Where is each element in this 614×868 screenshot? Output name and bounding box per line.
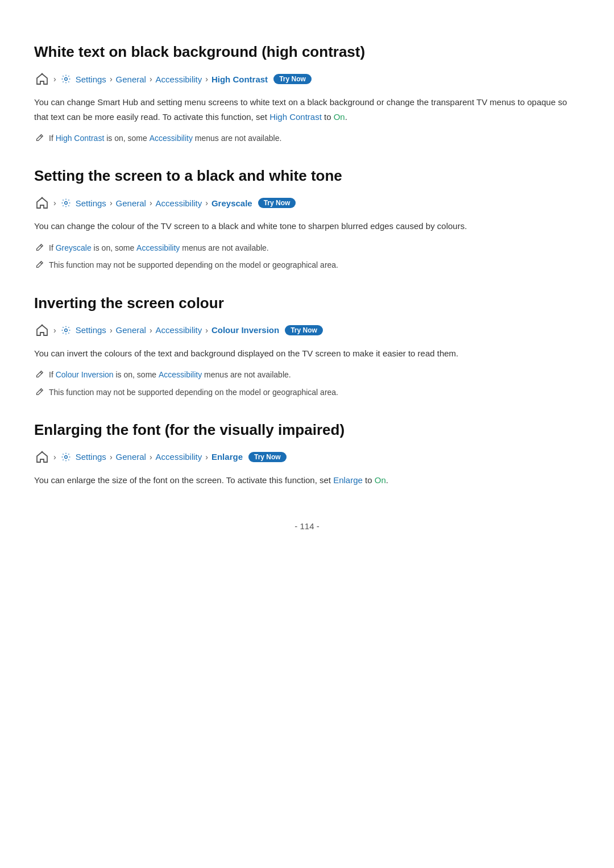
link-on-4: On	[375, 475, 386, 485]
section-greyscale: Setting the screen to a black and white …	[34, 167, 580, 271]
breadcrumb-accessibility-2: Accessibility	[156, 198, 202, 208]
pencil-icon-5	[34, 387, 44, 397]
settings-icon-1	[60, 73, 72, 85]
breadcrumb-settings-3: Settings	[76, 325, 106, 335]
section-colour-inversion: Inverting the screen colour › Settings ›…	[34, 294, 580, 398]
svg-point-3	[64, 202, 67, 205]
breadcrumb-settings-1: Settings	[76, 74, 106, 84]
svg-point-1	[64, 78, 67, 81]
sep12: ›	[205, 326, 208, 335]
breadcrumb-feature-3: Colour Inversion	[211, 325, 279, 335]
note-row-4: If Colour Inversion is on, some Accessib…	[34, 368, 580, 381]
section-title-high-contrast: White text on black background (high con…	[34, 43, 580, 61]
svg-point-6	[42, 451, 43, 452]
sep8: ›	[205, 198, 208, 207]
sep3: ›	[150, 74, 152, 84]
sep9: ›	[53, 326, 56, 335]
settings-icon-3	[60, 324, 72, 337]
breadcrumb-settings-2: Settings	[76, 198, 106, 208]
breadcrumb-accessibility-1: Accessibility	[156, 74, 202, 84]
link-on-1: On	[334, 112, 345, 122]
link-high-contrast-1: High Contrast	[269, 112, 322, 122]
body-text-greyscale: You can change the colour of the TV scre…	[34, 219, 580, 234]
sep5: ›	[53, 198, 56, 207]
pencil-icon-1	[34, 133, 44, 143]
note-row-1: If High Contrast is on, some Accessibili…	[34, 132, 580, 144]
note-text-5: This function may not be supported depen…	[49, 386, 338, 398]
sep6: ›	[110, 198, 113, 207]
section-high-contrast: White text on black background (high con…	[34, 43, 580, 144]
note-text-3: This function may not be supported depen…	[49, 259, 338, 271]
note-row-2: If Greyscale is on, some Accessibility m…	[34, 242, 580, 254]
section-title-greyscale: Setting the screen to a black and white …	[34, 167, 580, 185]
svg-point-5	[64, 329, 67, 331]
sep1: ›	[53, 74, 56, 84]
breadcrumb-accessibility-4: Accessibility	[156, 452, 202, 462]
sep14: ›	[110, 452, 113, 462]
section-title-colour-inversion: Inverting the screen colour	[34, 294, 580, 312]
try-now-badge-1[interactable]: Try Now	[273, 74, 312, 84]
settings-icon-4	[60, 451, 72, 463]
pencil-icon-4	[34, 369, 44, 380]
breadcrumb-general-2: General	[116, 198, 146, 208]
breadcrumb-feature-4: Enlarge	[211, 452, 243, 462]
try-now-badge-3[interactable]: Try Now	[285, 325, 323, 335]
try-now-badge-4[interactable]: Try Now	[248, 452, 287, 462]
page-number: - 114 -	[34, 521, 580, 531]
sep2: ›	[110, 74, 113, 84]
svg-point-0	[42, 73, 43, 75]
breadcrumb-greyscale: › Settings › General › Accessibility › G…	[34, 195, 580, 211]
home-icon-4	[34, 449, 50, 465]
body-text-high-contrast: You can change Smart Hub and setting men…	[34, 95, 580, 124]
body-text-enlarge: You can enlarge the size of the font on …	[34, 473, 580, 488]
breadcrumb-general-1: General	[116, 74, 146, 84]
try-now-badge-2[interactable]: Try Now	[258, 198, 296, 208]
svg-point-2	[42, 197, 43, 199]
svg-point-4	[42, 324, 43, 326]
section-enlarge: Enlarging the font (for the visually imp…	[34, 421, 580, 488]
note-row-3: This function may not be supported depen…	[34, 259, 580, 271]
sep10: ›	[110, 326, 113, 335]
pencil-icon-2	[34, 243, 44, 253]
breadcrumb-general-3: General	[116, 325, 146, 335]
home-icon	[34, 71, 50, 87]
breadcrumb-settings-4: Settings	[76, 452, 106, 462]
note-text-2: If Greyscale is on, some Accessibility m…	[49, 242, 269, 254]
settings-icon-2	[60, 197, 72, 209]
link-enlarge: Enlarge	[333, 475, 363, 485]
breadcrumb-high-contrast: › Settings › General › Accessibility › H…	[34, 71, 580, 87]
breadcrumb-feature-1: High Contrast	[211, 74, 268, 84]
breadcrumb-feature-2: Greyscale	[211, 198, 252, 208]
home-icon-3	[34, 322, 50, 338]
sep15: ›	[150, 452, 152, 462]
note-text-4: If Colour Inversion is on, some Accessib…	[49, 368, 291, 381]
pencil-icon-3	[34, 260, 44, 270]
body-text-colour-inversion: You can invert the colours of the text a…	[34, 346, 580, 361]
home-icon-2	[34, 195, 50, 211]
note-row-5: This function may not be supported depen…	[34, 386, 580, 398]
sep11: ›	[150, 326, 152, 335]
sep4: ›	[205, 74, 208, 84]
breadcrumb-general-4: General	[116, 452, 146, 462]
section-title-enlarge: Enlarging the font (for the visually imp…	[34, 421, 580, 439]
svg-point-7	[64, 455, 67, 458]
note-text-1: If High Contrast is on, some Accessibili…	[49, 132, 281, 144]
breadcrumb-accessibility-3: Accessibility	[156, 325, 202, 335]
sep7: ›	[150, 198, 152, 207]
breadcrumb-colour-inversion: › Settings › General › Accessibility › C…	[34, 322, 580, 338]
sep13: ›	[53, 452, 56, 462]
sep16: ›	[205, 452, 208, 462]
breadcrumb-enlarge: › Settings › General › Accessibility › E…	[34, 449, 580, 465]
